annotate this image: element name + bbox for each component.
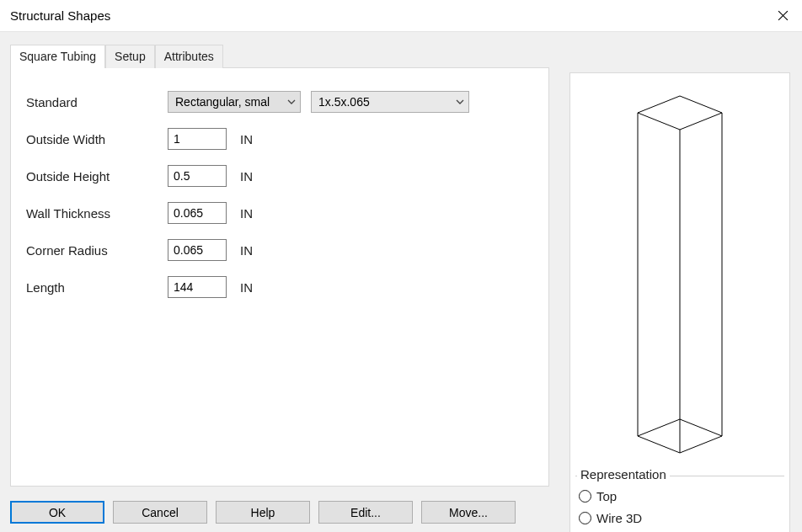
edit-button[interactable]: Edit... <box>318 501 413 524</box>
unit-length: IN <box>240 280 253 295</box>
move-button[interactable]: Move... <box>421 501 516 524</box>
unit-outside-height: IN <box>240 169 253 184</box>
radio-wire3d-label: Wire 3D <box>596 511 642 525</box>
unit-corner-radius: IN <box>240 243 253 258</box>
row-standard: Standard Rectangular, smal 1x.5x.065 <box>26 83 533 120</box>
representation-group: Representation Top Wire 3D Solid <box>575 476 784 532</box>
chevron-down-icon <box>286 97 297 107</box>
input-outside-width[interactable] <box>168 128 227 150</box>
tab-setup[interactable]: Setup <box>105 45 155 68</box>
radio-icon <box>579 490 591 503</box>
ok-button[interactable]: OK <box>10 501 104 524</box>
row-outside-height: Outside Height IN <box>26 157 533 194</box>
select-standard-size[interactable]: 1x.5x.065 <box>311 91 469 113</box>
cancel-button[interactable]: Cancel <box>113 501 207 524</box>
tab-strip: Square Tubing Setup Attributes <box>10 44 551 67</box>
tab-square-tubing[interactable]: Square Tubing <box>10 45 105 68</box>
label-corner-radius: Corner Radius <box>26 243 168 258</box>
button-row: OK Cancel Help Edit... Move... <box>10 501 516 524</box>
row-wall-thickness: Wall Thickness IN <box>26 194 533 231</box>
unit-outside-width: IN <box>240 132 253 146</box>
close-icon <box>778 10 789 21</box>
radio-top[interactable]: Top <box>575 485 784 507</box>
row-corner-radius: Corner Radius IN <box>26 231 533 269</box>
radio-top-label: Top <box>596 489 617 503</box>
label-wall-thickness: Wall Thickness <box>26 206 168 221</box>
radio-icon <box>579 512 591 524</box>
radio-solid[interactable]: Solid <box>575 529 784 532</box>
label-outside-height: Outside Height <box>26 169 168 184</box>
unit-wall-thickness: IN <box>240 206 253 221</box>
label-outside-width: Outside Width <box>26 132 168 146</box>
svg-marker-2 <box>638 96 722 130</box>
shape-preview-icon <box>604 89 756 460</box>
row-length: Length IN <box>26 269 533 306</box>
help-button[interactable]: Help <box>216 501 310 524</box>
select-standard-size-text: 1x.5x.065 <box>318 95 450 109</box>
input-wall-thickness[interactable] <box>168 202 227 224</box>
label-standard: Standard <box>26 95 168 109</box>
dialog-title: Structural Shapes <box>10 8 110 23</box>
tab-attributes[interactable]: Attributes <box>155 45 223 68</box>
dialog-body: Square Tubing Setup Attributes Standard … <box>0 32 802 532</box>
row-outside-width: Outside Width IN <box>26 120 533 157</box>
input-length[interactable] <box>168 276 227 298</box>
preview-panel: Representation Top Wire 3D Solid <box>569 72 790 532</box>
input-corner-radius[interactable] <box>168 239 227 261</box>
select-standard-category-text: Rectangular, smal <box>175 95 281 109</box>
label-length: Length <box>26 280 168 295</box>
radio-wire-3d[interactable]: Wire 3D <box>575 507 784 529</box>
preview-area <box>570 73 789 476</box>
representation-legend: Representation <box>577 467 670 481</box>
tab-content: Standard Rectangular, smal 1x.5x.065 Out… <box>10 67 549 487</box>
select-standard-category[interactable]: Rectangular, smal <box>168 91 301 113</box>
chevron-down-icon <box>455 97 465 107</box>
input-outside-height[interactable] <box>168 165 227 187</box>
left-panel: Square Tubing Setup Attributes Standard … <box>10 44 551 487</box>
title-bar: Structural Shapes <box>0 0 802 32</box>
close-button[interactable] <box>763 3 802 29</box>
